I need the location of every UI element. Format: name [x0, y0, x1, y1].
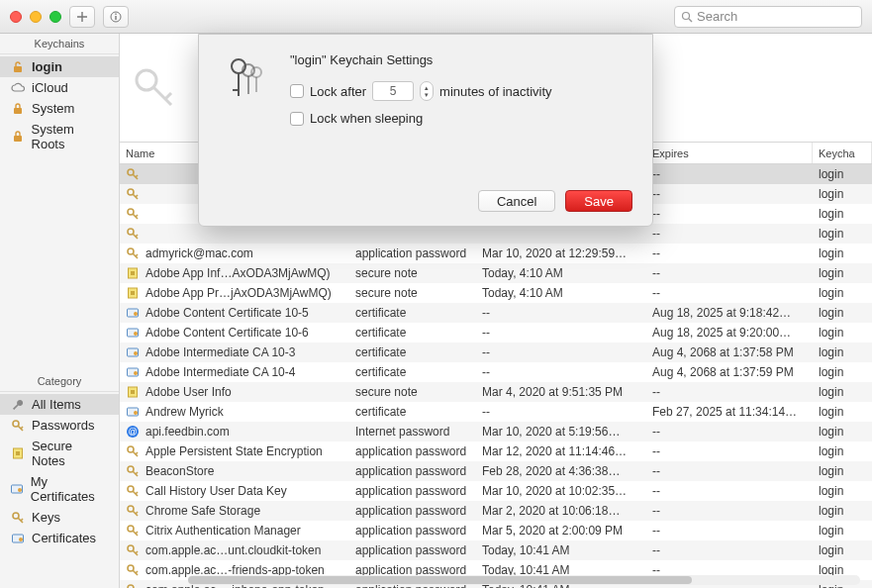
svg-line-25 — [136, 175, 138, 177]
lock-after-checkbox[interactable] — [290, 84, 304, 98]
row-expires: -- — [646, 207, 813, 221]
row-keychain: login — [813, 405, 872, 419]
lock-sleep-checkbox[interactable] — [290, 112, 304, 126]
sidebar-item-label: Certificates — [32, 531, 96, 545]
table-row[interactable]: @api.feedbin.comInternet passwordMar 10,… — [120, 422, 872, 441]
row-modified: -- — [476, 405, 646, 419]
table-row[interactable]: Adobe Intermediate CA 10-4certificate--A… — [120, 362, 872, 382]
row-keychain: login — [813, 187, 872, 201]
row-expires: -- — [646, 464, 813, 478]
sidebar: Keychains loginiCloudSystemSystem Roots … — [0, 34, 120, 588]
table-row[interactable]: Adobe Content Certificate 10-5certificat… — [120, 303, 872, 323]
svg-line-73 — [136, 551, 138, 553]
row-modified: Today, 10:41 AM — [476, 543, 646, 557]
lock-after-label: Lock after — [310, 84, 366, 99]
key-icon — [126, 246, 140, 260]
minimize-icon[interactable] — [30, 11, 42, 23]
row-kind: secure note — [349, 286, 476, 300]
row-expires: -- — [646, 543, 813, 557]
table-row[interactable]: Call History User Data Keyapplication pa… — [120, 481, 872, 501]
svg-line-70 — [136, 532, 138, 534]
col-keychain[interactable]: Keycha — [813, 143, 872, 163]
row-keychain: login — [813, 524, 872, 538]
sidebar-item-secure-notes[interactable]: Secure Notes — [0, 436, 119, 471]
row-modified: -- — [476, 326, 646, 340]
table-row[interactable]: com.apple.ac…unt.cloudkit-tokenapplicati… — [120, 540, 872, 560]
key-icon — [130, 63, 179, 113]
sidebar-item-system[interactable]: System — [0, 98, 119, 119]
sidebar-item-keys[interactable]: Keys — [0, 507, 119, 528]
table-row[interactable]: Adobe App Inf…AxODA3MjAwMQ)secure noteTo… — [120, 263, 872, 283]
sidebar-item-icloud[interactable]: iCloud — [0, 77, 119, 98]
scrollbar-thumb[interactable] — [188, 576, 692, 584]
table-row[interactable]: Adobe Content Certificate 10-6certificat… — [120, 323, 872, 343]
row-expires: Aug 18, 2025 at 9:20:00… — [646, 326, 813, 340]
row-name: admyrick@mac.com — [145, 246, 253, 260]
save-button[interactable]: Save — [565, 190, 632, 212]
close-icon[interactable] — [10, 11, 22, 23]
table-row[interactable]: Chrome Safe Storageapplication passwordM… — [120, 501, 872, 521]
add-button[interactable] — [69, 6, 95, 28]
window-controls — [10, 11, 61, 23]
sidebar-item-my-certificates[interactable]: My Certificates — [0, 471, 119, 507]
row-name: Citrix Authentication Manager — [145, 524, 301, 538]
row-keychain: login — [813, 207, 872, 221]
row-keychain: login — [813, 326, 872, 340]
sidebar-item-passwords[interactable]: Passwords — [0, 415, 119, 436]
row-keychain: login — [813, 227, 872, 241]
key-icon — [126, 543, 140, 557]
row-modified: Mar 12, 2020 at 11:14:46… — [476, 444, 646, 458]
at-icon: @ — [126, 425, 140, 439]
table-row[interactable]: BeaconStoreapplication passwordFeb 28, 2… — [120, 461, 872, 481]
sidebar-item-all-items[interactable]: All Items — [0, 394, 119, 415]
row-name: Adobe App Inf…AxODA3MjAwMQ) — [145, 266, 331, 280]
search-icon — [681, 11, 693, 23]
row-modified: Mar 10, 2020 at 10:02:35… — [476, 484, 646, 498]
sidebar-item-login[interactable]: login — [0, 56, 119, 77]
row-name: Chrome Safe Storage — [145, 504, 260, 518]
key-icon — [126, 187, 140, 201]
row-kind: application password — [349, 444, 476, 458]
search-input[interactable]: Search — [674, 6, 862, 28]
svg-rect-2 — [115, 13, 116, 14]
table-row[interactable]: Adobe User Infosecure noteMar 4, 2020 at… — [120, 382, 872, 402]
table-row[interactable]: Adobe Intermediate CA 10-3certificate--A… — [120, 343, 872, 362]
row-kind: application password — [349, 543, 476, 557]
note-icon — [126, 266, 140, 280]
row-kind: certificate — [349, 405, 476, 419]
row-kind: application password — [349, 524, 476, 538]
sidebar-item-certificates[interactable]: Certificates — [0, 528, 119, 548]
row-kind: application password — [349, 464, 476, 478]
keychain-icon — [219, 52, 274, 108]
table-row[interactable]: Andrew Myrickcertificate--Feb 27, 2025 a… — [120, 402, 872, 422]
row-modified: Today, 4:10 AM — [476, 286, 646, 300]
row-modified: -- — [476, 306, 646, 320]
table-row[interactable]: --login — [120, 224, 872, 244]
table-row[interactable]: Apple Persistent State Encryptionapplica… — [120, 441, 872, 461]
minutes-stepper[interactable]: ▴▾ — [420, 81, 434, 101]
svg-rect-41 — [131, 291, 135, 295]
row-modified: Today, 4:10 AM — [476, 266, 646, 280]
sidebar-item-label: System Roots — [32, 122, 109, 151]
key-icon — [10, 511, 26, 525]
lock-after-minutes-field[interactable] — [372, 81, 414, 101]
row-expires: -- — [646, 266, 813, 280]
sidebar-item-system-roots[interactable]: System Roots — [0, 119, 119, 154]
horizontal-scrollbar[interactable] — [188, 575, 860, 585]
row-keychain: login — [813, 464, 872, 478]
zoom-icon[interactable] — [49, 11, 61, 23]
table-row[interactable]: admyrick@mac.comapplication passwordMar … — [120, 244, 872, 263]
table-row[interactable]: Citrix Authentication Managerapplication… — [120, 521, 872, 540]
svg-line-58 — [136, 452, 138, 454]
svg-point-45 — [134, 332, 138, 336]
info-button[interactable] — [103, 6, 129, 28]
lock-after-suffix: minutes of inactivity — [439, 84, 551, 99]
row-expires: -- — [646, 286, 813, 300]
col-expires[interactable]: Expires — [646, 143, 813, 163]
row-keychain: login — [813, 167, 872, 181]
note-icon — [126, 286, 140, 300]
table-row[interactable]: Adobe App Pr…jAxODA3MjAwMQ)secure noteTo… — [120, 283, 872, 303]
row-modified: Feb 28, 2020 at 4:36:38… — [476, 464, 646, 478]
row-expires: Aug 4, 2068 at 1:37:59 PM — [646, 365, 813, 379]
cancel-button[interactable]: Cancel — [478, 190, 555, 212]
